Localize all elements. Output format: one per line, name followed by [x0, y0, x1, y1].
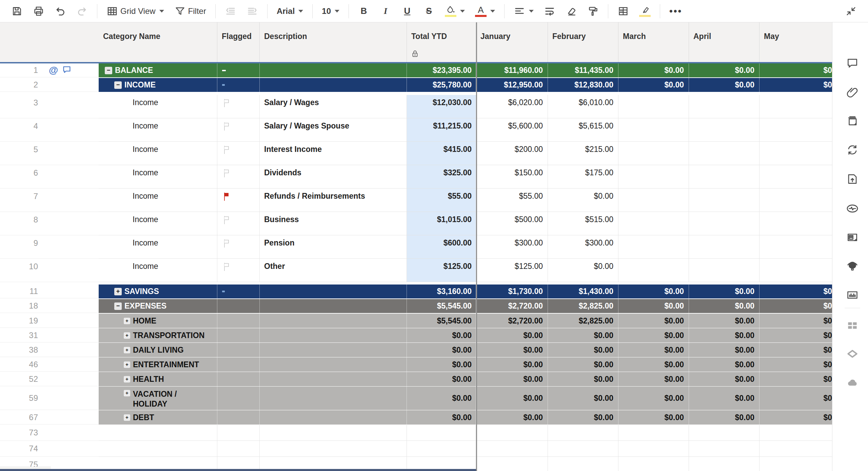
month-cell[interactable] — [760, 441, 832, 457]
month-cell[interactable]: $0.00 — [618, 357, 689, 372]
cloud-button[interactable] — [846, 377, 859, 390]
flag-cell[interactable] — [217, 425, 260, 441]
description-cell[interactable] — [260, 425, 407, 441]
total-ytd-cell[interactable]: $0.00 — [407, 410, 476, 425]
month-cell[interactable]: $2,825.00 — [548, 299, 618, 313]
total-ytd-cell[interactable]: $12,030.00 — [407, 95, 476, 118]
month-cell[interactable] — [689, 457, 760, 471]
month-cell[interactable]: $0.00 — [689, 372, 760, 386]
month-cell[interactable]: $200.00 — [476, 142, 548, 165]
month-cell[interactable] — [476, 441, 548, 457]
month-cell[interactable]: $0.00 — [476, 343, 548, 357]
print-button[interactable] — [31, 3, 46, 19]
total-ytd-cell[interactable] — [407, 441, 476, 457]
font-size-select[interactable]: 10 — [320, 3, 341, 19]
month-cell[interactable] — [760, 118, 832, 142]
month-cell[interactable]: $0.00 — [760, 410, 832, 425]
category-cell[interactable]: +TRANSPORTATION — [99, 328, 217, 342]
expand-toggle[interactable]: + — [124, 347, 130, 353]
month-cell[interactable] — [689, 118, 760, 142]
month-cell[interactable] — [548, 425, 618, 441]
month-cell[interactable]: $0.00 — [760, 314, 832, 328]
month-cell[interactable] — [618, 259, 689, 282]
expand-toggle[interactable]: + — [124, 414, 130, 421]
month-cell[interactable]: $0.00 — [760, 78, 832, 92]
month-cell[interactable] — [476, 457, 548, 471]
category-cell[interactable]: Income — [99, 189, 217, 212]
month-cell[interactable]: $0.00 — [548, 343, 618, 357]
month-cell[interactable]: $175.00 — [548, 165, 618, 189]
month-cell[interactable]: $55.00 — [476, 189, 548, 212]
flag-cell[interactable] — [217, 410, 260, 425]
month-cell[interactable]: $0.00 — [476, 387, 548, 410]
redo-button[interactable] — [74, 3, 90, 19]
collapse-toggle[interactable]: − — [114, 302, 122, 310]
category-cell[interactable]: +DAILY LIVING — [99, 343, 217, 357]
month-cell[interactable]: $2,825.00 — [548, 314, 618, 328]
row-number[interactable]: 73 — [0, 428, 38, 437]
total-ytd-cell[interactable]: $0.00 — [407, 372, 476, 386]
month-cell[interactable] — [760, 235, 832, 259]
month-cell[interactable] — [618, 189, 689, 212]
month-cell[interactable]: $0.00 — [618, 299, 689, 313]
row-number[interactable]: 11 — [0, 287, 38, 296]
month-cell[interactable] — [618, 95, 689, 118]
month-cell[interactable]: $125.00 — [476, 259, 548, 282]
comments-button[interactable] — [846, 56, 859, 70]
row-number[interactable]: 5 — [0, 142, 38, 165]
description-cell[interactable]: Business — [260, 212, 407, 235]
category-cell[interactable]: Income — [99, 212, 217, 235]
month-cell[interactable] — [618, 235, 689, 259]
row-number[interactable]: 52 — [0, 374, 38, 384]
flag-cell[interactable] — [217, 328, 260, 342]
description-cell[interactable]: Interest Income — [260, 142, 407, 165]
month-cell[interactable]: $5,615.00 — [548, 118, 618, 142]
total-ytd-cell[interactable]: $600.00 — [407, 235, 476, 259]
month-cell[interactable]: $0.00 — [476, 357, 548, 372]
save-button[interactable] — [9, 3, 25, 19]
month-cell[interactable] — [618, 425, 689, 441]
month-cell[interactable]: $150.00 — [476, 165, 548, 189]
total-ytd-cell[interactable]: $23,395.00 — [407, 63, 476, 77]
total-ytd-cell[interactable]: $325.00 — [407, 165, 476, 189]
month-cell[interactable]: $0.00 — [618, 284, 689, 298]
month-cell[interactable] — [618, 212, 689, 235]
month-cell[interactable] — [548, 457, 618, 471]
collapse-toggle[interactable]: − — [105, 67, 112, 74]
description-cell[interactable] — [260, 372, 407, 386]
at-mention-icon[interactable]: @ — [49, 65, 58, 76]
row-number[interactable]: 2 — [0, 80, 38, 90]
month-cell[interactable]: $0.00 — [689, 284, 760, 298]
month-cell[interactable]: $12,950.00 — [476, 78, 548, 92]
column-header-category[interactable]: Category Name — [99, 22, 217, 62]
row-number[interactable]: 9 — [0, 235, 38, 258]
row-number[interactable]: 19 — [0, 316, 38, 326]
row-number[interactable]: 7 — [0, 189, 38, 212]
category-cell[interactable]: +DEBT — [99, 410, 217, 425]
month-cell[interactable]: $0.00 — [618, 387, 689, 410]
font-family-select[interactable]: Arial — [275, 3, 305, 19]
expand-toggle[interactable]: + — [124, 376, 130, 382]
row-number[interactable]: 38 — [0, 345, 38, 355]
fill-color-button[interactable] — [443, 3, 467, 19]
description-cell[interactable] — [260, 357, 407, 372]
borders-button[interactable] — [615, 3, 631, 19]
month-cell[interactable]: $0.00 — [689, 299, 760, 313]
view-selector[interactable]: Grid View — [104, 3, 166, 19]
month-cell[interactable]: $0.00 — [548, 410, 618, 425]
month-cell[interactable]: $0.00 — [760, 372, 832, 386]
strikethrough-button[interactable]: S — [421, 3, 437, 19]
category-cell[interactable]: +HEALTH — [99, 372, 217, 386]
month-cell[interactable]: $300.00 — [476, 235, 548, 259]
description-cell[interactable]: Refunds / Reimbursements — [260, 189, 407, 212]
horizontal-scrollbar[interactable] — [0, 469, 476, 471]
whats-new-button[interactable] — [846, 260, 859, 273]
category-cell[interactable]: Income — [99, 259, 217, 282]
proofs-button[interactable] — [846, 114, 859, 128]
month-cell[interactable]: $6,010.00 — [548, 95, 618, 118]
description-cell[interactable] — [260, 441, 407, 457]
month-cell[interactable]: $0.00 — [760, 284, 832, 298]
column-header-month[interactable]: April — [689, 22, 760, 62]
description-cell[interactable] — [260, 314, 407, 328]
month-cell[interactable]: $0.00 — [760, 343, 832, 357]
